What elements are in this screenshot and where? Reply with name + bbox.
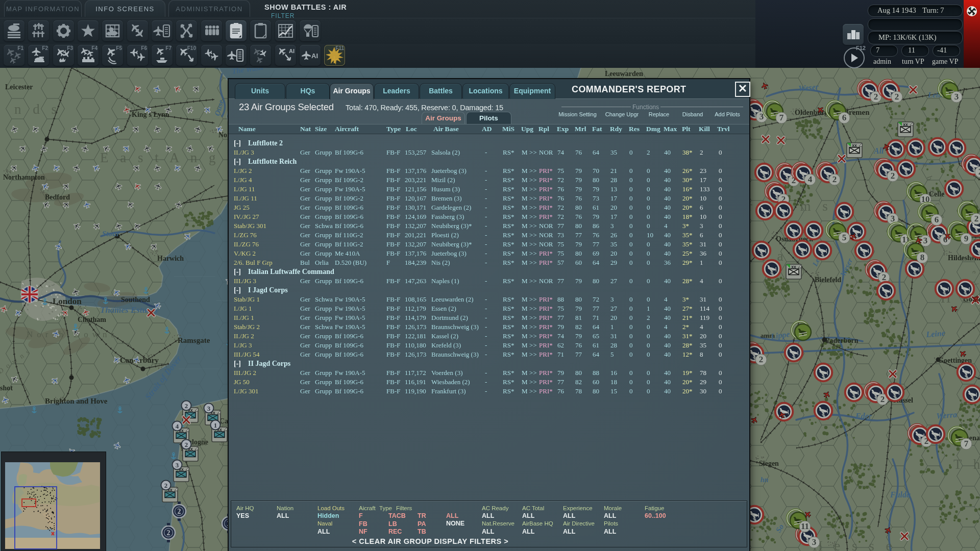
svg-text:AI: AI: [311, 52, 318, 60]
svg-text:AI: AI: [289, 48, 295, 54]
